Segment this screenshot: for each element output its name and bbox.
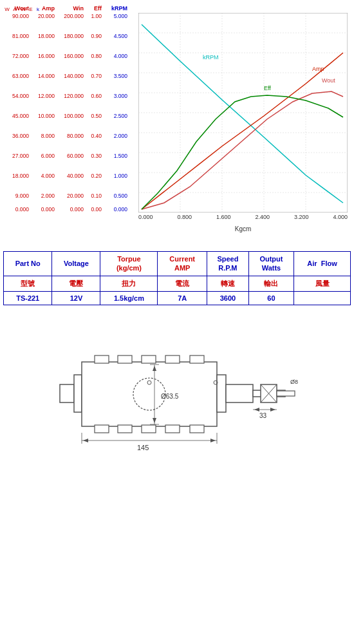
th-cn-torque: 扭力 — [100, 276, 158, 291]
th-speed: SpeedR.P.M — [207, 252, 248, 276]
svg-rect-32 — [60, 384, 74, 402]
y-row-8: 18.000 4.000 40.000 0.20 1.000 — [3, 173, 138, 179]
x-tick-0: 0.000 — [138, 214, 153, 220]
y-row-5: 45.000 10.000 100.000 0.50 2.500 — [3, 113, 138, 119]
diagram-section: Ø63.5 Ø8 33 145 — [0, 312, 354, 466]
td-partno: TS-221 — [4, 291, 52, 305]
th-cn-speed: 轉速 — [207, 276, 248, 291]
amp-curve-label: Amp — [312, 66, 324, 72]
svg-rect-38 — [165, 355, 180, 363]
td-current: 7A — [158, 291, 207, 305]
y-row-4: 54.000 12.000 120.000 0.60 3.000 — [3, 93, 138, 99]
td-voltage: 12V — [52, 291, 100, 305]
chart-header-row: Wout Amp Win Eff kRPM — [3, 5, 138, 12]
svg-marker-64 — [83, 439, 88, 442]
chart-container: W A W E k Wout Amp Win Eff kRPM 90.000 2… — [3, 6, 351, 238]
y-row-2: 72.000 16.000 160.000 0.80 4.000 — [3, 53, 138, 59]
chart-section: W A W E k Wout Amp Win Eff kRPM 90.000 2… — [0, 0, 354, 242]
table-header-cn: 型號 電壓 扭力 電流 轉速 輸出 風量 — [4, 276, 351, 291]
x-axis-labels: 0.000 0.800 1.600 2.400 3.200 4.000 — [138, 214, 348, 220]
svg-rect-51 — [277, 391, 295, 396]
svg-rect-43 — [165, 425, 180, 433]
th-cn-airflow: 風量 — [294, 276, 351, 291]
svg-marker-62 — [270, 408, 275, 412]
svg-rect-44 — [190, 425, 204, 433]
th-partno: Part No — [4, 252, 52, 276]
x-tick-1: 0.800 — [177, 214, 192, 220]
header-eff: Eff — [84, 5, 102, 12]
table-section: Part No Voltage Torpue(kg/cm) CurrentAMP… — [0, 242, 354, 312]
th-airflow: Air Flow — [294, 252, 351, 276]
svg-rect-41 — [118, 425, 132, 433]
x-axis-unit: Kgcm — [138, 225, 348, 232]
mechanical-diagram: Ø63.5 Ø8 33 145 — [23, 325, 331, 460]
chart-svg-main: kRPM Amp Wout Eff — [138, 13, 348, 213]
svg-rect-40 — [95, 425, 109, 433]
th-cn-current: 電流 — [158, 276, 207, 291]
x-tick-5: 4.000 — [333, 214, 348, 220]
td-output: 60 — [248, 291, 293, 305]
svg-rect-33 — [74, 375, 82, 412]
svg-marker-65 — [210, 439, 216, 442]
svg-rect-45 — [217, 375, 226, 412]
th-current: CurrentAMP — [158, 252, 207, 276]
svg-rect-42 — [142, 425, 156, 433]
specs-table: Part No Voltage Torpue(kg/cm) CurrentAMP… — [3, 251, 351, 305]
header-win: Win — [55, 5, 84, 12]
y-row-10: 0.000 0.000 0.000 0.00 0.000 — [3, 206, 138, 213]
header-wout: Wout — [3, 5, 29, 12]
dim-shaft-label: Ø8 — [290, 379, 298, 385]
y-row-7: 27.000 6.000 60.000 0.30 1.500 — [3, 153, 138, 159]
x-tick-4: 3.200 — [294, 214, 309, 220]
th-cn-partno: 型號 — [4, 276, 52, 291]
table-header-en: Part No Voltage Torpue(kg/cm) CurrentAMP… — [4, 252, 351, 276]
header-krpm: kRPM — [102, 5, 127, 12]
svg-rect-36 — [118, 355, 132, 363]
y-row-1: 81.000 18.000 180.000 0.90 4.500 — [3, 33, 138, 39]
y-axis-ticks: 90.000 20.000 200.000 1.00 5.000 81.000 … — [3, 13, 42, 213]
header-amp: Amp — [29, 5, 55, 12]
krpm-curve-label: kRPM — [203, 54, 219, 61]
svg-marker-61 — [254, 408, 259, 412]
y-row-0: 90.000 20.000 200.000 1.00 5.000 — [3, 13, 138, 19]
x-tick-2: 1.600 — [216, 214, 231, 220]
y-row-6: 36.000 8.000 80.000 0.40 2.000 — [3, 133, 138, 139]
dim-33-label: 33 — [259, 412, 267, 419]
svg-rect-46 — [226, 384, 253, 402]
eff-curve-label: Eff — [264, 85, 271, 91]
th-output: OutputWatts — [248, 252, 293, 276]
svg-rect-35 — [95, 355, 109, 363]
y-row-3: 63.000 14.000 140.000 0.70 3.500 — [3, 73, 138, 79]
dim-diameter-label: Ø63.5 — [161, 393, 179, 400]
th-cn-output: 輸出 — [248, 276, 293, 291]
th-cn-voltage: 電壓 — [52, 276, 100, 291]
y-row-9: 9.000 2.000 20.000 0.10 0.500 — [3, 193, 138, 199]
wout-curve-label: Wout — [322, 77, 335, 84]
svg-rect-34 — [82, 362, 217, 426]
svg-rect-37 — [142, 355, 156, 363]
dim-145-label: 145 — [137, 444, 149, 451]
svg-rect-39 — [190, 355, 204, 363]
th-torque: Torpue(kg/cm) — [100, 252, 158, 276]
td-speed: 3600 — [207, 291, 248, 305]
td-torque: 1.5kg/cm — [100, 291, 158, 305]
table-row-1: TS-221 12V 1.5kg/cm 7A 3600 60 — [4, 291, 351, 305]
th-voltage: Voltage — [52, 252, 100, 276]
td-airflow — [294, 291, 351, 305]
x-tick-3: 2.400 — [255, 214, 270, 220]
